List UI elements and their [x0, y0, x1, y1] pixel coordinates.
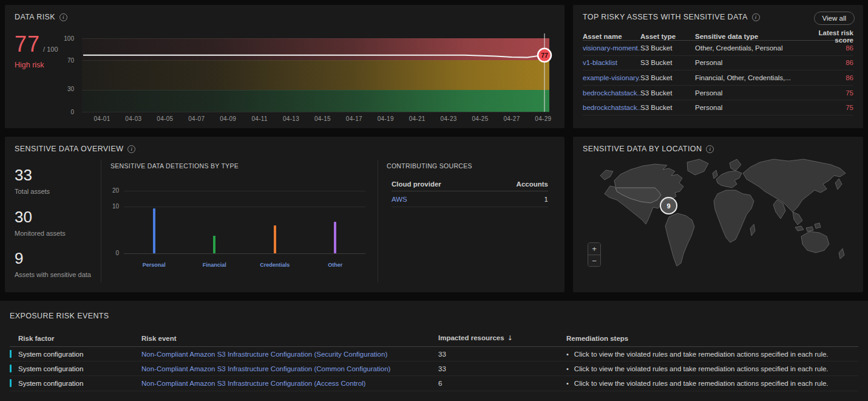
risk-event-link[interactable]: Non-Compliant Amazon S3 Infrastructure C…: [141, 365, 438, 372]
column-header-latest-risk-score[interactable]: Latest risk score: [805, 29, 853, 44]
risk-score-line: [83, 55, 543, 58]
risk-factor-accent-bar: [10, 379, 12, 387]
map-cluster-marker[interactable]: 9: [660, 197, 677, 214]
column-header-risk-event[interactable]: Risk event: [141, 335, 438, 342]
bar-personal: [153, 208, 155, 253]
x-axis-tick: 04-23: [441, 115, 457, 122]
x-axis-tick: 04-17: [346, 115, 362, 122]
asset-name-link[interactable]: visionary-moment...: [583, 44, 640, 52]
contributing-sources-title: CONTRIBUTING SOURCES: [387, 162, 472, 170]
map-australia: [801, 231, 829, 253]
asset-name-link[interactable]: bedrockchatstack...: [583, 104, 640, 111]
category-label-other[interactable]: Other: [308, 262, 362, 268]
sort-descending-icon[interactable]: ↓: [507, 334, 513, 342]
zoom-out-button[interactable]: −: [588, 255, 600, 266]
column-header-remediation-steps[interactable]: Remediation steps: [566, 335, 858, 342]
column-header-sensitive-data-type[interactable]: Sensitive data type: [695, 33, 805, 40]
asset-name-link[interactable]: bedrockchatstack...: [583, 89, 640, 97]
data-risk-panel: DATA RISKi 77/ 100 High risk 100 70 30 0…: [5, 5, 565, 128]
x-axis-tick: 04-09: [220, 115, 236, 122]
risk-score-value: 77: [15, 32, 40, 57]
x-axis-tick: 04-03: [125, 115, 141, 122]
column-header-risk-factor[interactable]: Risk factor: [10, 335, 141, 342]
category-label-financial[interactable]: Financial: [187, 262, 242, 268]
y-axis-tick: 10: [96, 203, 119, 210]
divider: [378, 160, 378, 283]
asset-name-link[interactable]: v1-blacklist: [583, 59, 640, 66]
bullet-icon: •: [566, 365, 569, 372]
zoom-in-button[interactable]: +: [588, 243, 600, 255]
column-header-accounts: Accounts: [506, 180, 548, 188]
exposure-risk-events-panel: EXPOSURE RISK EVENTS Risk factor Risk ev…: [0, 301, 868, 401]
column-header-asset-name[interactable]: Asset name: [583, 33, 640, 40]
gridline: [82, 112, 549, 112]
detections-chart-title: SENSITIVE DATA DETECTIONS BY TYPE: [110, 162, 239, 170]
overview-title: SENSITIVE DATA OVERVIEWi: [15, 145, 135, 153]
info-icon[interactable]: i: [59, 13, 67, 21]
y-axis-tick: 0: [52, 109, 74, 115]
risk-score-block: 77/ 100 High risk: [15, 32, 58, 69]
map-zoom-controls: + −: [588, 242, 601, 267]
risk-score-max: / 100: [43, 46, 58, 53]
bar-financial: [213, 236, 215, 253]
impacted-resources-label: Impacted resources: [438, 334, 504, 341]
data-risk-title: DATA RISKi: [15, 13, 67, 21]
map-asia: [743, 159, 846, 212]
impacted-resources-cell: 6: [438, 380, 566, 387]
map-africa: [714, 190, 754, 242]
asset-name-link[interactable]: example-visionary...: [583, 74, 640, 81]
column-header-impacted-resources[interactable]: Impacted resources↓: [438, 334, 566, 342]
table-row: AWS1: [392, 191, 548, 207]
category-label-credentials[interactable]: Credentials: [248, 262, 302, 268]
location-title: SENSITIVE DATA BY LOCATIONi: [583, 145, 714, 153]
map-south-america: [665, 213, 694, 266]
risk-event-link[interactable]: Non-Compliant Amazon S3 Infrastructure C…: [141, 351, 438, 358]
y-axis-tick: 0: [96, 250, 119, 256]
view-all-button[interactable]: View all: [814, 12, 855, 25]
bar-other: [334, 222, 336, 253]
divider: [101, 160, 101, 283]
category-label-personal[interactable]: Personal: [127, 262, 181, 268]
remediation-steps-cell: •Click to view the violated rules and ta…: [566, 351, 858, 358]
sources-table-header: Cloud provider Accounts: [392, 177, 548, 191]
exposure-events-table: Risk factor Risk event Impacted resource…: [10, 330, 858, 391]
risk-factor-cell: System configuration: [10, 365, 141, 372]
sensitive-data-type-cell: Personal: [695, 104, 805, 111]
bullet-icon: •: [566, 351, 569, 358]
sensitive-data-type-cell: Personal: [695, 59, 805, 66]
risk-factor-label: System configuration: [18, 351, 83, 358]
accounts-cell: 1: [506, 196, 548, 203]
x-axis-tick: 04-11: [251, 115, 267, 122]
x-axis-tick: 04-25: [472, 115, 488, 122]
y-axis-tick: 100: [52, 35, 74, 42]
sensitive-data-overview-panel: SENSITIVE DATA OVERVIEWi 33Total assets3…: [5, 137, 565, 292]
x-axis-tick: 04-19: [378, 115, 394, 122]
risky-assets-table: Asset name Asset type Sensitive data typ…: [583, 29, 853, 115]
column-header-asset-type[interactable]: Asset type: [640, 33, 695, 40]
x-axis-tick: 04-07: [188, 115, 205, 122]
risk-event-link[interactable]: Non-Compliant Amazon S3 Infrastructure C…: [141, 380, 438, 387]
stat-block: 9Assets with sensitive data: [15, 249, 91, 278]
table-row: v1-blacklistS3 BucketPersonal86: [583, 56, 853, 71]
cloud-provider-link[interactable]: AWS: [392, 196, 506, 203]
bullet-icon: •: [566, 380, 569, 387]
impacted-resources-cell: 33: [438, 365, 566, 372]
gridline: [124, 207, 365, 207]
data-risk-title-text: DATA RISK: [15, 13, 55, 21]
map-madagascar: [750, 224, 755, 236]
x-axis-tick: 04-29: [535, 115, 551, 122]
table-row: System configurationNon-Compliant Amazon…: [10, 362, 858, 376]
location-title-text: SENSITIVE DATA BY LOCATION: [583, 145, 702, 153]
contributing-sources-table: Cloud provider Accounts AWS1: [392, 177, 548, 207]
asset-type-cell: S3 Bucket: [640, 59, 695, 66]
stat-block: 30Monitored assets: [15, 208, 66, 237]
info-icon[interactable]: i: [706, 145, 714, 153]
risk-score-cell: 86: [805, 44, 853, 52]
info-icon[interactable]: i: [752, 13, 760, 21]
risk-factor-label: System configuration: [18, 365, 83, 372]
asset-type-cell: S3 Bucket: [640, 89, 695, 97]
risk-trend-line-layer: 77: [82, 38, 549, 112]
world-map[interactable]: [597, 156, 864, 275]
bar-credentials: [274, 225, 276, 254]
info-icon[interactable]: i: [127, 145, 135, 153]
